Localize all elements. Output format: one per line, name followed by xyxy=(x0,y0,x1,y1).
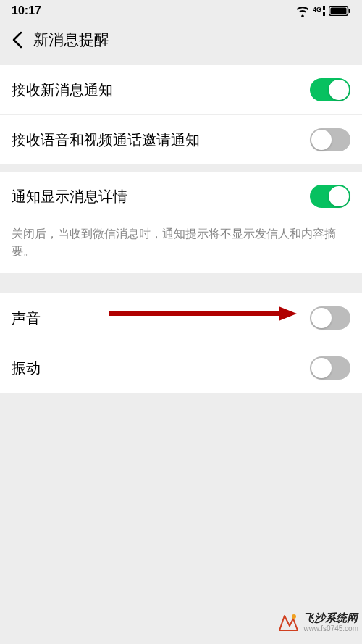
navbar: 新消息提醒 xyxy=(0,22,362,58)
row-label: 声音 xyxy=(12,309,41,328)
toggle-show-message-detail[interactable] xyxy=(310,185,350,208)
status-icons: 4G xyxy=(295,5,350,17)
watermark-title: 飞沙系统网 xyxy=(303,612,358,624)
watermark-url: www.fs0745.com xyxy=(303,624,358,632)
status-time: 10:17 xyxy=(12,4,41,17)
settings-group-alerts: 声音 振动 xyxy=(0,293,362,393)
wifi-icon xyxy=(295,5,310,17)
row-receive-new-message[interactable]: 接收新消息通知 xyxy=(0,65,362,114)
row-label: 接收新消息通知 xyxy=(12,80,113,100)
settings-group-detail: 通知显示消息详情 关闭后，当收到微信消息时，通知提示将不显示发信人和内容摘要。 xyxy=(0,172,362,273)
chevron-left-icon xyxy=(12,31,22,49)
network-type: 4G xyxy=(313,7,321,13)
svg-rect-4 xyxy=(349,9,350,13)
row-show-message-detail[interactable]: 通知显示消息详情 xyxy=(0,172,362,221)
row-description: 关闭后，当收到微信消息时，通知提示将不显示发信人和内容摘要。 xyxy=(0,221,362,273)
back-button[interactable] xyxy=(9,31,26,49)
row-label: 接收语音和视频通话邀请通知 xyxy=(12,130,200,150)
svg-rect-0 xyxy=(323,12,325,16)
status-bar: 10:17 4G xyxy=(0,0,362,22)
row-label: 通知显示消息详情 xyxy=(12,187,127,206)
svg-rect-1 xyxy=(323,6,325,10)
row-label: 振动 xyxy=(12,359,41,378)
svg-rect-3 xyxy=(331,8,347,14)
toggle-sound[interactable] xyxy=(310,306,350,330)
row-vibrate[interactable]: 振动 xyxy=(0,343,362,393)
watermark: 飞沙系统网 www.fs0745.com xyxy=(277,611,358,633)
toggle-receive-new-message[interactable] xyxy=(310,78,350,101)
settings-group-notifications: 接收新消息通知 接收语音和视频通话邀请通知 xyxy=(0,65,362,164)
row-receive-call-invite[interactable]: 接收语音和视频通话邀请通知 xyxy=(0,114,362,164)
watermark-logo-icon xyxy=(277,611,299,633)
page-title: 新消息提醒 xyxy=(33,30,109,50)
svg-point-7 xyxy=(292,614,296,619)
battery-icon xyxy=(329,6,350,16)
toggle-vibrate[interactable] xyxy=(310,356,350,380)
signal-icon xyxy=(323,6,326,16)
row-sound[interactable]: 声音 xyxy=(0,293,362,343)
toggle-receive-call-invite[interactable] xyxy=(310,128,350,151)
